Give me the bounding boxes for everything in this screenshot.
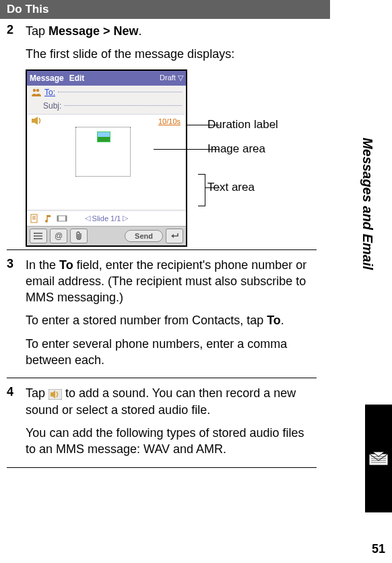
- text: Tap: [26, 386, 48, 400]
- film-icon[interactable]: [57, 214, 67, 223]
- text: The first slide of the message displays:: [26, 46, 310, 62]
- menu-button[interactable]: [30, 229, 47, 243]
- text: In the: [26, 258, 59, 272]
- slide-prev[interactable]: ◁: [85, 214, 90, 223]
- text: To enter several phone numbers, enter a …: [26, 336, 310, 369]
- svg-point-0: [33, 88, 36, 91]
- slide-next[interactable]: ▷: [123, 214, 128, 223]
- image-placeholder[interactable]: [75, 127, 131, 177]
- step-number: 2: [7, 23, 26, 69]
- sound-icon: [48, 389, 62, 400]
- bottom-toolbar: @ Send: [27, 226, 186, 245]
- svg-point-10: [34, 238, 35, 239]
- text: Tap: [26, 24, 48, 38]
- text: To enter a stored number from Contacts, …: [26, 314, 267, 327]
- to-row: To:: [27, 86, 186, 99]
- section-header: Do This: [0, 0, 330, 19]
- slide-counter: Slide 1/1: [92, 214, 121, 223]
- screenshot-figure: Message Edit Draft ▽ To: Subj: 10/10s: [26, 69, 392, 247]
- field-name: To: [267, 314, 281, 327]
- at-button[interactable]: @: [50, 229, 67, 243]
- step-2: 2 Tap Message > New. The first slide of …: [0, 19, 317, 69]
- callout-duration: Duration label: [207, 118, 278, 131]
- svg-rect-12: [51, 392, 53, 396]
- text: to add a sound. You can then record a ne…: [26, 386, 296, 416]
- subj-label: Subj:: [43, 101, 61, 111]
- svg-rect-5: [57, 216, 67, 221]
- separator: [7, 467, 317, 468]
- at-symbol: @: [55, 231, 63, 241]
- slide-area: 10/10s: [28, 114, 185, 209]
- title-edit[interactable]: Edit: [69, 73, 85, 83]
- step-3: 3 In the To field, enter the recipient's…: [0, 253, 317, 376]
- svg-point-9: [34, 235, 35, 237]
- duration-label[interactable]: 10/10s: [158, 117, 181, 125]
- subj-field-line[interactable]: [64, 105, 182, 106]
- picture-icon: [97, 131, 110, 142]
- step-body: Tap to add a sound. You can then record …: [26, 385, 310, 464]
- attach-button[interactable]: [70, 229, 88, 243]
- separator: [7, 378, 317, 378]
- to-field-label[interactable]: To:: [44, 88, 55, 97]
- separator: [7, 249, 317, 250]
- step-body: Tap Message > New. The first slide of th…: [26, 23, 310, 69]
- text: .: [281, 314, 284, 327]
- step-4: 4 Tap to add a sound. You can then recor…: [0, 381, 317, 464]
- step-body: In the To field, enter the recipient's p…: [26, 257, 310, 376]
- phone-screenshot: Message Edit Draft ▽ To: Subj: 10/10s: [26, 69, 187, 247]
- step-number: 3: [7, 257, 26, 376]
- chapter-title: Messages and Email: [360, 138, 375, 270]
- svg-rect-3: [31, 214, 37, 223]
- send-button[interactable]: Send: [125, 230, 163, 242]
- menu-path: Message > New: [48, 24, 139, 38]
- draft-indicator[interactable]: Draft ▽: [160, 73, 183, 82]
- title-message[interactable]: Message: [30, 73, 64, 83]
- callout-text: Text area: [207, 181, 255, 194]
- svg-point-1: [36, 88, 39, 91]
- svg-point-4: [45, 220, 48, 223]
- return-button[interactable]: [166, 229, 183, 243]
- subj-row: Subj:: [27, 99, 186, 113]
- svg-rect-6: [57, 216, 59, 221]
- field-name: To: [59, 258, 73, 272]
- music-note-icon[interactable]: [43, 214, 54, 223]
- page-number: 51: [372, 542, 385, 556]
- envelope-icon: [368, 451, 389, 466]
- side-tab: Messages and Email: [365, 270, 392, 512]
- svg-rect-2: [32, 119, 34, 123]
- contacts-icon[interactable]: [31, 88, 42, 97]
- text: You can add the following types of store…: [26, 425, 310, 458]
- slide-nav: ◁ Slide 1/1 ▷: [27, 210, 186, 226]
- side-icon-box: [365, 405, 392, 512]
- text: .: [139, 24, 142, 38]
- callout-image: Image area: [207, 142, 265, 156]
- to-field-line[interactable]: [58, 92, 182, 92]
- step-number: 4: [7, 385, 26, 464]
- svg-point-8: [34, 233, 35, 234]
- sound-icon[interactable]: [31, 116, 43, 125]
- app-titlebar: Message Edit Draft ▽: [27, 71, 186, 86]
- attachment-page-icon[interactable]: [30, 214, 40, 223]
- svg-rect-7: [65, 216, 67, 221]
